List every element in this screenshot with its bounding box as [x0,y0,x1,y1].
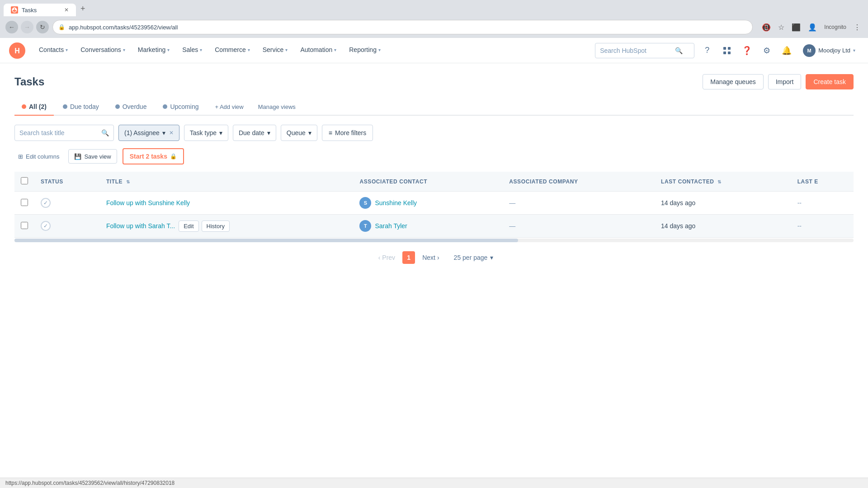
table-row: ✓ Follow up with Sunshine Kelly S Sunshi… [14,192,854,215]
per-page-btn[interactable]: 25 per page ▾ [454,254,494,261]
last-contacted-value: 14 days ago [661,199,695,206]
due-date-filter-btn[interactable]: Due date ▾ [233,125,276,141]
save-view-btn[interactable]: 💾 Save view [68,149,117,164]
user-avatar[interactable]: M Moodjoy Ltd ▾ [799,42,859,59]
row-company-cell: — [503,215,655,238]
horizontal-scrollbar[interactable] [14,239,854,242]
import-button[interactable]: Import [768,74,802,89]
lock-icon: 🔒 [58,24,65,30]
due-date-label: Due date [239,129,264,136]
row-checkbox[interactable] [21,199,28,206]
sidebar-btn[interactable]: ⬛ [790,21,802,33]
tab-due-today[interactable]: Due today [56,99,106,116]
edit-columns-btn[interactable]: ⊞ Edit columns [14,151,63,162]
task-type-label: Task type [190,129,217,136]
row-company-cell: — [503,192,655,215]
task-status-btn[interactable]: ✓ [41,221,51,231]
avatar-circle: M [803,44,816,57]
th-title: TITLE ⇅ [100,172,354,192]
settings-icon[interactable]: ⚙ [760,43,774,58]
bookmark-btn[interactable]: ☆ [776,21,786,33]
user-chevron-icon: ▾ [853,48,855,53]
address-bar[interactable]: 🔒 app.hubspot.com/tasks/45239562/view/al… [52,20,753,34]
nav-item-marketing[interactable]: Marketing ▾ [132,38,176,63]
task-title-link[interactable]: Follow up with Sunshine Kelly [106,199,190,206]
filter-lines-icon: ≡ [329,129,332,136]
history-task-btn[interactable]: History [202,221,230,232]
nav-item-sales[interactable]: Sales ▾ [176,38,208,63]
next-page-btn[interactable]: Next › [419,252,443,263]
row-checkbox-cell [14,215,34,238]
tab-upcoming[interactable]: Upcoming [156,99,206,116]
marketplace-icon[interactable] [720,43,734,58]
current-page: 1 [402,251,415,264]
edit-task-btn[interactable]: Edit [179,221,198,232]
th-last-contacted: LAST CONTACTED ⇅ [655,172,791,192]
new-tab-btn[interactable]: + [76,1,90,16]
hubspot-topbar: H Contacts ▾ Conversations ▾ Marketing ▾… [0,38,868,63]
help-circle-icon[interactable]: ? [700,43,714,58]
global-search[interactable]: 🔍 [595,43,694,58]
contact-chip: S Sunshine Kelly [359,197,496,209]
table-header: STATUS TITLE ⇅ ASSOCIATED CONTACT ASSOCI… [14,172,854,192]
nav-item-conversations[interactable]: Conversations ▾ [74,38,132,63]
browser-controls: ← → ↻ [5,21,49,33]
prev-page-btn[interactable]: ‹ Prev [375,252,399,263]
contact-name-link[interactable]: Sarah Tyler [375,222,407,230]
manage-views-btn[interactable]: Manage views [253,99,301,115]
start-tasks-btn[interactable]: Start 2 tasks 🔒 [123,148,184,164]
nav-item-commerce[interactable]: Commerce ▾ [208,38,256,63]
tab-all[interactable]: All (2) [14,99,54,116]
row-checkbox[interactable] [21,222,28,229]
back-btn[interactable]: ← [5,21,18,33]
more-filters-label: More filters [335,129,366,136]
reload-btn[interactable]: ↻ [36,21,49,33]
task-status-btn[interactable]: ✓ [41,198,51,208]
task-search-wrap[interactable]: 🔍 [14,125,114,141]
forward-btn[interactable]: → [21,21,33,33]
queue-filter-btn[interactable]: Queue ▾ [281,125,317,141]
task-type-filter-btn[interactable]: Task type ▾ [184,125,228,141]
chevron-down-icon: ▾ [200,47,202,52]
sort-icon[interactable]: ⇅ [717,179,722,184]
task-search-input[interactable] [19,129,99,136]
chevron-down-icon: ▾ [167,47,170,52]
no-camera-btn[interactable]: 📵 [760,21,773,33]
task-title-link[interactable]: Follow up with Sarah T... [106,222,175,230]
header-actions: Manage queues Import Create task [703,74,854,89]
more-filters-btn[interactable]: ≡ More filters [322,125,373,141]
nav-item-reporting[interactable]: Reporting ▾ [343,38,387,63]
nav-item-service[interactable]: Service ▾ [256,38,294,63]
select-all-checkbox[interactable] [21,177,28,184]
nav-item-automation[interactable]: Automation ▾ [294,38,343,63]
chevron-down-icon: ▾ [267,129,270,136]
hubspot-logo[interactable]: H [9,42,25,59]
prev-label: Prev [382,254,395,261]
create-task-button[interactable]: Create task [806,74,854,89]
filters-row: 🔍 (1) Assignee ▾ ✕ Task type ▾ Due date … [14,125,854,141]
row-title-cell: Follow up with Sunshine Kelly [100,192,354,215]
close-icon[interactable]: ✕ [169,130,174,136]
row-checkbox-cell [14,192,34,215]
add-view-tab[interactable]: + Add view [208,99,250,116]
chevron-down-icon: ▾ [219,129,222,136]
search-input[interactable] [600,47,672,54]
browser-chrome: ← → ↻ 🔒 app.hubspot.com/tasks/45239562/v… [0,16,868,38]
chevron-down-icon: ▾ [162,129,165,136]
nav-item-contacts[interactable]: Contacts ▾ [33,38,74,63]
more-btn[interactable]: ⋮ [852,21,863,33]
scroll-thumb[interactable] [14,239,518,242]
tab-close-btn[interactable]: ✕ [64,7,69,13]
tab-overdue[interactable]: Overdue [108,99,154,116]
help-icon[interactable]: ❓ [740,43,754,58]
assignee-filter-btn[interactable]: (1) Assignee ▾ ✕ [118,125,179,141]
manage-queues-button[interactable]: Manage queues [703,74,763,89]
th-last-e: LAST E [791,172,854,192]
sort-icon[interactable]: ⇅ [126,179,130,184]
row-status-cell: ✓ [34,192,100,215]
contact-name-link[interactable]: Sunshine Kelly [375,199,417,206]
save-icon: 💾 [74,153,81,160]
profile-btn[interactable]: 👤 [806,21,819,33]
notifications-icon[interactable]: 🔔 [779,43,794,58]
browser-tab[interactable]: Tasks ✕ [4,4,76,16]
